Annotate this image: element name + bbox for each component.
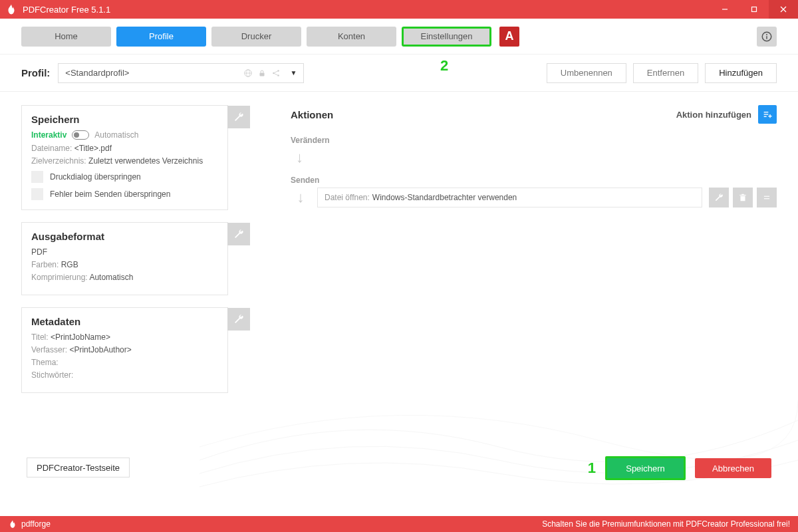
card-metadaten: Metadaten Titel: <PrintJobName> Verfasse… xyxy=(21,307,228,393)
app-window: PDFCreator Free 5.1.1 Home Profile Druck… xyxy=(0,0,798,532)
svg-rect-10 xyxy=(260,72,265,76)
content-area: Speichern Interaktiv Automatisch Dateina… xyxy=(0,92,798,516)
datei-oeffnen-value: Windows-Standardbetrachter verwenden xyxy=(372,193,517,202)
chevron-down-icon: ▼ xyxy=(290,69,297,76)
action-delete-button[interactable] xyxy=(733,188,753,207)
komprimierung-value: Automatisch xyxy=(89,273,133,282)
profile-label: Profil: xyxy=(21,67,50,78)
zielverzeichnis-value: Zuletzt verwendetes Verzeichnis xyxy=(88,156,203,166)
card-ausgabeformat: Ausgabeformat PDF Farben: RGB Komprimier… xyxy=(21,222,228,295)
remove-profile-button[interactable]: Entfernen xyxy=(633,63,698,83)
profile-selected-value: <Standardprofil> xyxy=(65,68,129,78)
rename-profile-button[interactable]: Umbenennen xyxy=(547,63,626,83)
info-button[interactable] xyxy=(757,27,777,47)
right-column: Aktionen Aktion hinzufügen Verändern ↓ S… xyxy=(291,105,777,516)
svg-rect-23 xyxy=(741,194,744,195)
app-flame-icon xyxy=(5,3,17,15)
window-minimize-button[interactable] xyxy=(710,0,739,19)
add-list-icon xyxy=(762,109,773,120)
svg-rect-22 xyxy=(739,195,745,196)
card-speichern-settings-button[interactable] xyxy=(227,106,250,128)
automatisch-label: Automatisch xyxy=(94,130,138,140)
bottom-bar: pdfforge Schalten Sie die Premiumfunktio… xyxy=(0,516,798,532)
format-value: PDF xyxy=(31,247,47,257)
wrench-icon xyxy=(714,193,724,202)
cancel-button[interactable]: Abbrechen xyxy=(695,458,771,478)
interaktiv-label: Interaktiv xyxy=(31,130,66,140)
save-button[interactable]: Speichern xyxy=(605,456,686,480)
titlebar: PDFCreator Free 5.1.1 xyxy=(0,0,798,19)
add-action-button[interactable] xyxy=(758,105,777,124)
drag-icon xyxy=(762,193,771,202)
wrench-icon xyxy=(233,112,244,122)
lock-icon xyxy=(258,68,266,78)
card-ausgabeformat-settings-button[interactable] xyxy=(227,223,250,245)
app-title: PDFCreator Free 5.1.1 xyxy=(23,5,710,15)
checkbox-druckdialog-label: Druckdialog überspringen xyxy=(50,172,141,182)
main-tabbar: Home Profile Drucker Konten Einstellunge… xyxy=(0,19,798,55)
datei-oeffnen-label: Datei öffnen: xyxy=(325,193,370,202)
farben-label: Farben: xyxy=(31,260,59,269)
arrow-down-icon: ↓ xyxy=(291,189,311,206)
left-column: Speichern Interaktiv Automatisch Dateina… xyxy=(21,105,251,516)
window-maximize-button[interactable] xyxy=(739,0,769,19)
pdfforge-brand[interactable]: pdfforge xyxy=(21,519,51,529)
brand-badge[interactable]: A xyxy=(499,27,519,47)
testseite-button[interactable]: PDFCreator-Testseite xyxy=(27,458,130,477)
tab-drucker[interactable]: Drucker xyxy=(211,27,301,47)
share-icon xyxy=(271,68,281,78)
thema-label: Thema: xyxy=(31,358,59,367)
verfasser-label: Verfasser: xyxy=(31,345,67,354)
dateiname-value: <Title>.pdf xyxy=(74,144,112,153)
action-configure-button[interactable] xyxy=(709,188,729,207)
svg-line-14 xyxy=(275,71,278,72)
action-datei-oeffnen[interactable]: Datei öffnen: Windows-Standardbetrachter… xyxy=(317,188,702,207)
svg-point-12 xyxy=(278,70,280,72)
zielverzeichnis-label: Zielverzeichnis: xyxy=(31,156,86,166)
card-speichern-title: Speichern xyxy=(31,114,218,125)
info-icon xyxy=(761,31,773,43)
svg-rect-1 xyxy=(752,7,757,12)
callout-2: 2 xyxy=(440,57,448,74)
pdfforge-flame-icon xyxy=(8,519,17,529)
callout-1: 1 xyxy=(588,460,596,477)
svg-rect-21 xyxy=(741,196,745,201)
globe-icon xyxy=(243,68,253,78)
trash-icon xyxy=(738,193,747,202)
add-profile-button[interactable]: Hinzufügen xyxy=(705,63,777,83)
window-close-button[interactable] xyxy=(769,0,798,19)
action-reorder-button[interactable] xyxy=(757,188,777,207)
dateiname-label: Dateiname: xyxy=(31,144,72,153)
profile-row: Profil: <Standardprofil> ▼ Umbenennen En… xyxy=(0,55,798,92)
tab-profile[interactable]: Profile xyxy=(116,27,206,47)
svg-point-13 xyxy=(278,74,280,76)
titel-label: Titel: xyxy=(31,332,49,342)
stichwoerter-label: Stichwörter: xyxy=(31,370,73,380)
komprimierung-label: Komprimierung: xyxy=(31,273,88,282)
tab-konten[interactable]: Konten xyxy=(307,27,396,47)
veraendern-label: Verändern xyxy=(291,136,777,145)
add-action-label: Aktion hinzufügen xyxy=(676,110,751,120)
aktionen-heading: Aktionen xyxy=(291,109,333,120)
wrench-icon xyxy=(233,314,244,325)
checkbox-druckdialog[interactable] xyxy=(31,171,43,183)
card-metadaten-settings-button[interactable] xyxy=(227,308,250,331)
wrench-icon xyxy=(233,229,244,239)
tab-home[interactable]: Home xyxy=(21,27,111,47)
arrow-down-icon: ↓ xyxy=(296,149,777,166)
verfasser-value: <PrintJobAuthor> xyxy=(69,345,131,354)
interaktiv-toggle[interactable] xyxy=(72,130,89,140)
farben-value: RGB xyxy=(61,260,78,269)
senden-label: Senden xyxy=(291,176,777,185)
titel-value: <PrintJobName> xyxy=(51,332,110,342)
tab-einstellungen[interactable]: Einstellungen xyxy=(402,27,491,47)
svg-rect-6 xyxy=(766,36,767,39)
checkbox-fehler-senden-label: Fehler beim Senden überspringen xyxy=(50,190,170,199)
card-ausgabeformat-title: Ausgabeformat xyxy=(31,231,218,242)
card-metadaten-title: Metadaten xyxy=(31,316,218,327)
svg-line-15 xyxy=(275,73,278,74)
checkbox-fehler-senden[interactable] xyxy=(31,188,43,200)
promo-text[interactable]: Schalten Sie die Premiumfunktionen mit P… xyxy=(542,519,790,529)
svg-point-5 xyxy=(766,34,767,35)
profile-select[interactable]: <Standardprofil> ▼ xyxy=(58,63,304,83)
